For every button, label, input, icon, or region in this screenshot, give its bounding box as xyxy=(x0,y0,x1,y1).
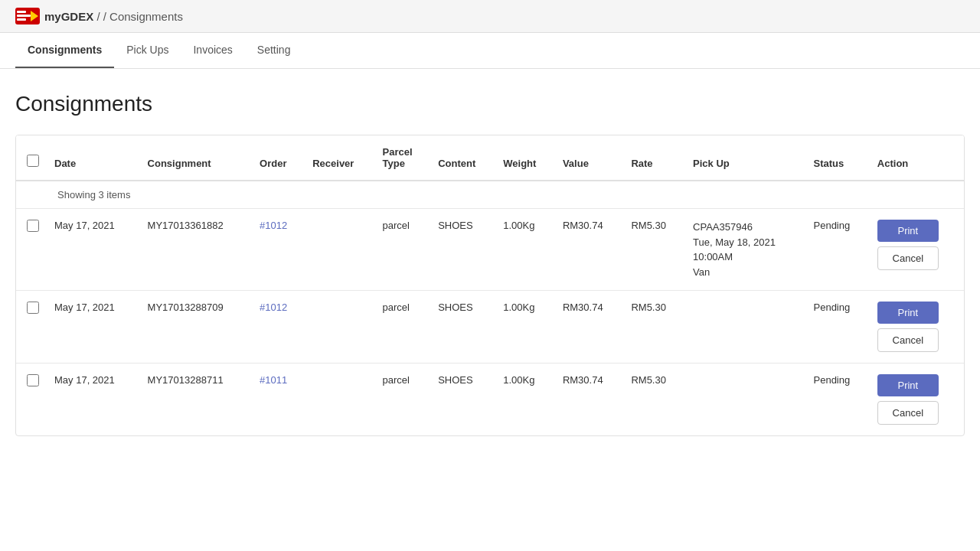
row1-weight: 1.00Kg xyxy=(495,209,555,291)
row3-parcel-type: parcel xyxy=(375,364,431,436)
row3-date: May 17, 2021 xyxy=(47,364,140,436)
header-checkbox-col xyxy=(16,135,47,181)
row1-pickup-time: 10:00AM xyxy=(693,249,798,265)
row1-receiver xyxy=(305,209,374,291)
row1-pickup-code: CPAA357946 xyxy=(693,220,798,235)
row1-print-button[interactable]: Print xyxy=(877,220,939,242)
header-action: Action xyxy=(870,135,964,181)
svg-rect-2 xyxy=(17,15,31,17)
row2-consignment: MY17013288709 xyxy=(140,291,253,364)
header-rate: Rate xyxy=(623,135,685,181)
showing-items-text: Showing 3 items xyxy=(47,181,964,209)
breadcrumb: myGDEX / / Consignments xyxy=(44,10,183,23)
row3-actions: Print Cancel xyxy=(870,364,964,436)
row2-value: RM30.74 xyxy=(555,291,624,364)
row3-value: RM30.74 xyxy=(555,364,624,436)
row2-checkbox[interactable] xyxy=(27,302,39,314)
nav-item-consignments[interactable]: Consignments xyxy=(15,33,114,68)
row2-order-link[interactable]: #1012 xyxy=(260,302,287,313)
header-order: Order xyxy=(252,135,305,181)
header-parcel-type: ParcelType xyxy=(375,135,431,181)
showing-items-row: Showing 3 items xyxy=(16,181,964,209)
breadcrumb-separator: / xyxy=(96,10,100,23)
row1-date: May 17, 2021 xyxy=(47,209,140,291)
main-nav: Consignments Pick Ups Invoices Setting xyxy=(0,33,980,69)
row1-order: #1012 xyxy=(252,209,305,291)
row1-pickup-info: CPAA357946 Tue, May 18, 2021 10:00AM Van xyxy=(693,220,798,279)
table-row: May 17, 2021 MY17013361882 #1012 parcel … xyxy=(16,209,964,291)
row3-content: SHOES xyxy=(430,364,495,436)
row2-actions: Print Cancel xyxy=(870,291,964,364)
row1-pickup: CPAA357946 Tue, May 18, 2021 10:00AM Van xyxy=(685,209,805,291)
row1-checkbox[interactable] xyxy=(27,220,39,232)
row3-receiver xyxy=(305,364,374,436)
header-content: Content xyxy=(430,135,495,181)
row2-receiver xyxy=(305,291,374,364)
row1-status: Pending xyxy=(806,209,870,291)
row2-print-button[interactable]: Print xyxy=(877,302,939,324)
header-pickup: Pick Up xyxy=(685,135,805,181)
row2-weight: 1.00Kg xyxy=(495,291,555,364)
row3-weight: 1.00Kg xyxy=(495,364,555,436)
row1-value: RM30.74 xyxy=(555,209,624,291)
header-value: Value xyxy=(555,135,624,181)
row3-checkbox[interactable] xyxy=(27,374,39,386)
svg-rect-1 xyxy=(17,11,26,13)
page-content: Consignments Date Consignment Order Rece… xyxy=(0,69,980,452)
topbar: myGDEX / / Consignments xyxy=(0,0,980,33)
header-weight: Weight xyxy=(495,135,555,181)
row2-checkbox-col xyxy=(16,291,47,364)
row2-rate: RM5.30 xyxy=(623,291,685,364)
logo-icon xyxy=(15,8,40,24)
row3-consignment: MY17013288711 xyxy=(140,364,253,436)
row2-order: #1012 xyxy=(252,291,305,364)
logo xyxy=(15,8,40,24)
row2-status: Pending xyxy=(806,291,870,364)
svg-rect-3 xyxy=(17,18,26,21)
brand-name: myGDEX xyxy=(44,10,93,23)
row1-cancel-button[interactable]: Cancel xyxy=(877,246,939,270)
row1-content: SHOES xyxy=(430,209,495,291)
row1-actions: Print Cancel xyxy=(870,209,964,291)
row1-checkbox-col xyxy=(16,209,47,291)
row3-status: Pending xyxy=(806,364,870,436)
row3-order-link[interactable]: #1011 xyxy=(260,374,287,386)
header-receiver: Receiver xyxy=(305,135,374,181)
nav-item-setting[interactable]: Setting xyxy=(245,33,303,68)
row1-pickup-date: Tue, May 18, 2021 xyxy=(693,235,798,250)
row2-cancel-button[interactable]: Cancel xyxy=(877,328,939,352)
row1-pickup-vehicle: Van xyxy=(693,265,798,280)
showing-checkbox-col xyxy=(16,181,47,209)
table-row: May 17, 2021 MY17013288709 #1012 parcel … xyxy=(16,291,964,364)
select-all-checkbox[interactable] xyxy=(27,155,39,167)
header-consignment: Consignment xyxy=(140,135,253,181)
row2-date: May 17, 2021 xyxy=(47,291,140,364)
row2-parcel-type: parcel xyxy=(375,291,431,364)
page-title: Consignments xyxy=(15,92,965,116)
row2-content: SHOES xyxy=(430,291,495,364)
row1-parcel-type: parcel xyxy=(375,209,431,291)
row3-cancel-button[interactable]: Cancel xyxy=(877,401,939,425)
row1-order-link[interactable]: #1012 xyxy=(260,220,287,231)
header-status: Status xyxy=(806,135,870,181)
nav-item-pickups[interactable]: Pick Ups xyxy=(114,33,181,68)
row1-consignment: MY17013361882 xyxy=(140,209,253,291)
row3-checkbox-col xyxy=(16,364,47,436)
consignments-table: Date Consignment Order Receiver ParcelTy… xyxy=(16,135,964,435)
row3-rate: RM5.30 xyxy=(623,364,685,436)
header-date: Date xyxy=(47,135,140,181)
row3-pickup xyxy=(685,364,805,436)
row1-rate: RM5.30 xyxy=(623,209,685,291)
table-header-row: Date Consignment Order Receiver ParcelTy… xyxy=(16,135,964,181)
row2-pickup xyxy=(685,291,805,364)
row3-order: #1011 xyxy=(252,364,305,436)
consignments-table-container: Date Consignment Order Receiver ParcelTy… xyxy=(15,135,965,436)
table-row: May 17, 2021 MY17013288711 #1011 parcel … xyxy=(16,364,964,436)
breadcrumb-current: / Consignments xyxy=(103,10,183,23)
nav-item-invoices[interactable]: Invoices xyxy=(181,33,244,68)
row3-print-button[interactable]: Print xyxy=(877,374,939,396)
